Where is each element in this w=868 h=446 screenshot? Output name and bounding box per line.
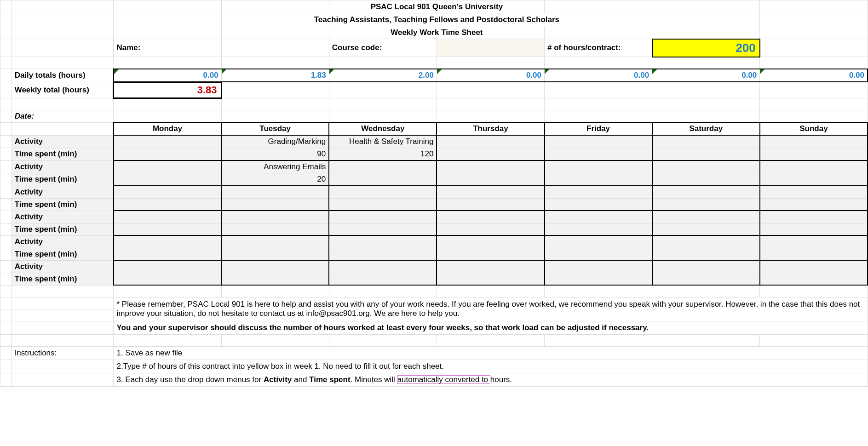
name-label: Name: bbox=[114, 39, 221, 57]
time-cell[interactable] bbox=[760, 198, 868, 211]
activity-cell[interactable] bbox=[652, 135, 760, 148]
activity-cell[interactable] bbox=[114, 160, 221, 173]
time-spent-label: Time spent (min) bbox=[11, 223, 114, 235]
activity-cell[interactable] bbox=[329, 160, 437, 173]
time-cell[interactable] bbox=[437, 198, 544, 211]
time-cell[interactable] bbox=[329, 273, 437, 285]
activity-cell[interactable] bbox=[329, 235, 437, 248]
activity-cell[interactable] bbox=[437, 211, 544, 223]
activity-cell[interactable]: Health & Safety Training bbox=[329, 135, 437, 148]
time-cell[interactable] bbox=[437, 173, 544, 186]
time-cell[interactable] bbox=[329, 248, 437, 260]
time-cell[interactable] bbox=[545, 148, 652, 161]
time-cell[interactable] bbox=[652, 148, 760, 161]
activity-cell[interactable] bbox=[545, 186, 652, 198]
time-cell[interactable] bbox=[760, 273, 868, 285]
activity-cell[interactable] bbox=[437, 260, 544, 273]
activity-cell[interactable] bbox=[221, 260, 329, 273]
time-cell[interactable]: 120 bbox=[329, 148, 437, 161]
time-cell[interactable] bbox=[437, 248, 544, 260]
activity-cell[interactable] bbox=[114, 235, 221, 248]
activity-cell[interactable]: Grading/Marking bbox=[221, 135, 329, 148]
time-cell[interactable] bbox=[760, 248, 868, 260]
activity-cell[interactable] bbox=[545, 160, 652, 173]
activity-label: Activity bbox=[11, 135, 114, 148]
activity-cell[interactable] bbox=[545, 235, 652, 248]
activity-cell[interactable] bbox=[329, 186, 437, 198]
title-line1: PSAC Local 901 Queen's University bbox=[329, 0, 544, 13]
activity-cell[interactable] bbox=[114, 211, 221, 223]
activity-cell[interactable] bbox=[652, 211, 760, 223]
time-cell[interactable] bbox=[545, 198, 652, 211]
time-cell[interactable] bbox=[652, 198, 760, 211]
activity-cell[interactable] bbox=[652, 260, 760, 273]
time-cell[interactable] bbox=[437, 273, 544, 285]
activity-cell[interactable] bbox=[437, 186, 544, 198]
time-cell[interactable] bbox=[652, 173, 760, 186]
time-cell[interactable] bbox=[437, 148, 544, 161]
note-help: * Please remember, PSAC Local 901 is her… bbox=[114, 297, 868, 321]
activity-cell[interactable] bbox=[329, 260, 437, 273]
activity-cell[interactable] bbox=[221, 211, 329, 223]
activity-cell[interactable] bbox=[760, 211, 868, 223]
activity-cell[interactable] bbox=[760, 186, 868, 198]
time-cell[interactable] bbox=[221, 223, 329, 235]
time-spent-label: Time spent (min) bbox=[11, 148, 114, 161]
daily-total-fri: 0.00 bbox=[545, 69, 652, 82]
activity-label: Activity bbox=[11, 160, 114, 173]
activity-cell[interactable] bbox=[760, 235, 868, 248]
activity-cell[interactable] bbox=[329, 211, 437, 223]
time-cell[interactable] bbox=[114, 198, 221, 211]
time-cell[interactable] bbox=[221, 198, 329, 211]
activity-cell[interactable]: Answering Emails bbox=[221, 160, 329, 173]
time-cell[interactable] bbox=[329, 198, 437, 211]
note-supervisor: You and your supervisor should discuss t… bbox=[114, 321, 868, 334]
time-cell[interactable] bbox=[114, 173, 221, 186]
activity-cell[interactable] bbox=[221, 235, 329, 248]
time-cell[interactable] bbox=[329, 223, 437, 235]
time-cell[interactable] bbox=[114, 223, 221, 235]
time-cell[interactable] bbox=[652, 223, 760, 235]
title-line3: Weekly Work Time Sheet bbox=[329, 26, 544, 39]
course-code-input[interactable] bbox=[437, 39, 544, 57]
time-cell[interactable] bbox=[114, 148, 221, 161]
activity-cell[interactable] bbox=[760, 260, 868, 273]
time-cell[interactable] bbox=[437, 223, 544, 235]
activity-cell[interactable] bbox=[221, 186, 329, 198]
time-cell[interactable] bbox=[545, 248, 652, 260]
time-cell[interactable] bbox=[760, 223, 868, 235]
activity-cell[interactable] bbox=[652, 186, 760, 198]
activity-cell[interactable] bbox=[114, 186, 221, 198]
activity-cell[interactable] bbox=[545, 260, 652, 273]
activity-cell[interactable] bbox=[652, 235, 760, 248]
time-cell[interactable] bbox=[652, 248, 760, 260]
time-cell[interactable] bbox=[652, 273, 760, 285]
activity-label: Activity bbox=[11, 186, 114, 198]
time-cell[interactable] bbox=[760, 173, 868, 186]
time-cell[interactable] bbox=[329, 173, 437, 186]
activity-cell[interactable] bbox=[760, 160, 868, 173]
time-cell[interactable] bbox=[114, 248, 221, 260]
activity-cell[interactable] bbox=[545, 211, 652, 223]
time-spent-label: Time spent (min) bbox=[11, 248, 114, 260]
activity-cell[interactable] bbox=[437, 235, 544, 248]
time-cell[interactable] bbox=[760, 148, 868, 161]
activity-cell[interactable] bbox=[437, 160, 544, 173]
time-cell[interactable] bbox=[221, 273, 329, 285]
name-input[interactable] bbox=[221, 39, 329, 57]
activity-cell[interactable] bbox=[114, 135, 221, 148]
daily-total-tue: 1.83 bbox=[221, 69, 329, 82]
activity-cell[interactable] bbox=[437, 135, 544, 148]
time-cell[interactable] bbox=[545, 173, 652, 186]
time-cell[interactable] bbox=[221, 248, 329, 260]
activity-cell[interactable] bbox=[760, 135, 868, 148]
time-cell[interactable] bbox=[545, 273, 652, 285]
time-cell[interactable]: 90 bbox=[221, 148, 329, 161]
activity-cell[interactable] bbox=[652, 160, 760, 173]
time-cell[interactable] bbox=[114, 273, 221, 285]
activity-cell[interactable] bbox=[114, 260, 221, 273]
time-cell[interactable] bbox=[545, 223, 652, 235]
contract-hours-input[interactable]: 200 bbox=[652, 39, 760, 57]
activity-cell[interactable] bbox=[545, 135, 652, 148]
time-cell[interactable]: 20 bbox=[221, 173, 329, 186]
